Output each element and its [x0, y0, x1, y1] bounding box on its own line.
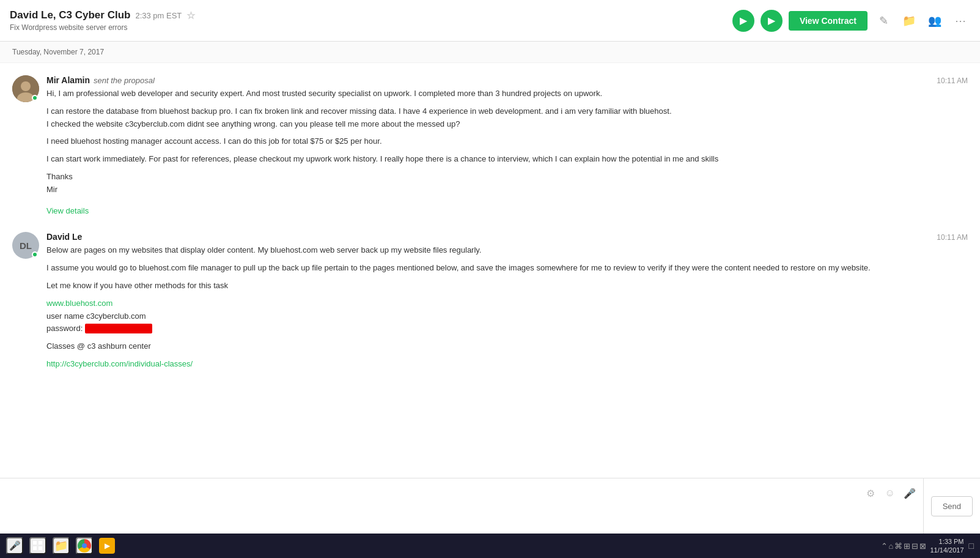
header-time: 2:33 pm EST — [135, 11, 182, 20]
input-row: ⚙ ☺ 🎤 Send — [0, 478, 980, 534]
taskbar-file-explorer[interactable]: 📁 — [53, 537, 70, 554]
more-icon: ⋯ — [955, 14, 966, 28]
phone-icon: ▶ — [768, 15, 775, 26]
taskbar: 🎤 📁 ▶ ⌃⌂⌘⊞⊟⊠ 1:33 PM 11/14/2017 □ — [0, 534, 980, 558]
taskbar-left: 🎤 📁 ▶ — [6, 537, 115, 554]
taskbar-clock: 1:33 PM 11/14/2017 — [930, 537, 963, 555]
view-contract-button[interactable]: View Contract — [789, 11, 868, 31]
video-icon: ▶ — [740, 15, 747, 26]
message-time: 10:11 AM — [937, 76, 968, 85]
message-header: David Le 10:11 AM — [46, 232, 968, 242]
online-indicator — [32, 95, 38, 101]
taskbar-sys-icons: ⌃⌂⌘⊞⊟⊠ — [881, 541, 928, 551]
message-header: Mir Alamin sent the proposal 10:11 AM — [46, 75, 968, 85]
star-icon[interactable]: ☆ — [186, 10, 195, 21]
password-label: password: — [46, 324, 85, 333]
password-redacted: ●●●●●●●●●●● — [85, 324, 152, 333]
sender-name: Mir Alamin — [46, 75, 90, 85]
header: David Le, C3 Cyber Club 2:33 pm EST ☆ Fi… — [0, 0, 980, 42]
bluehost-link[interactable]: www.bluehost.com — [46, 299, 112, 308]
edit-icon: ✎ — [879, 14, 888, 28]
emoji-button[interactable]: ☺ — [882, 485, 899, 502]
phone-call-button[interactable]: ▶ — [761, 10, 783, 32]
avatar-wrap: DL — [12, 232, 39, 259]
message-content: Below are pages on my websites that disp… — [46, 244, 968, 370]
edit-button[interactable]: ✎ — [874, 11, 893, 31]
taskbar-right: ⌃⌂⌘⊞⊟⊠ 1:33 PM 11/14/2017 □ — [881, 537, 974, 555]
notification-icon[interactable]: □ — [969, 541, 974, 551]
message-row: Mir Alamin sent the proposal 10:11 AM Hi… — [12, 75, 968, 217]
avatar-wrap — [12, 75, 39, 102]
attachment-button[interactable]: 🎤 — [901, 485, 918, 502]
folder-icon: 📁 — [902, 14, 916, 28]
svg-point-1 — [21, 81, 31, 91]
more-button[interactable]: ⋯ — [951, 11, 970, 31]
message-content: Hi, I am professional web developer and … — [46, 87, 968, 217]
folder-button[interactable]: 📁 — [899, 11, 919, 31]
taskbar-app4[interactable]: ▶ — [99, 538, 115, 554]
message-body: Mir Alamin sent the proposal 10:11 AM Hi… — [46, 75, 968, 217]
messages-area[interactable]: Mir Alamin sent the proposal 10:11 AM Hi… — [0, 63, 980, 478]
emoji-icon: ☺ — [885, 488, 894, 499]
message-time: 10:11 AM — [937, 233, 968, 242]
send-button[interactable]: Send — [931, 496, 973, 516]
input-icons: ⚙ ☺ 🎤 — [862, 478, 923, 534]
header-left: David Le, C3 Cyber Club 2:33 pm EST ☆ Fi… — [10, 9, 195, 32]
gear-icon-button[interactable]: ⚙ — [862, 485, 879, 502]
team-icon: 👥 — [928, 14, 941, 28]
header-right: ▶ ▶ View Contract ✎ 📁 👥 ⋯ — [732, 10, 970, 32]
header-title-row: David Le, C3 Cyber Club 2:33 pm EST ☆ — [10, 9, 195, 21]
message-input[interactable] — [0, 478, 862, 534]
mic-icon: 🎤 — [9, 540, 21, 551]
mic-icon: 🎤 — [904, 488, 916, 499]
date-separator: Tuesday, November 7, 2017 — [0, 42, 980, 63]
header-subtitle: Fix Wordpress website server errors — [10, 23, 195, 32]
sender-name: David Le — [46, 232, 82, 242]
input-area: ⚙ ☺ 🎤 Send — [0, 478, 980, 534]
message-body: David Le 10:11 AM Below are pages on my … — [46, 232, 968, 370]
team-button[interactable]: 👥 — [925, 11, 945, 31]
taskbar-win-button[interactable] — [29, 537, 46, 554]
taskbar-mic-button[interactable]: 🎤 — [6, 537, 23, 554]
view-details-link[interactable]: View details — [46, 205, 89, 218]
conversation-title: David Le, C3 Cyber Club — [10, 9, 130, 21]
username-label: user name c3cyberclub.com — [46, 311, 146, 321]
app-icon: ▶ — [105, 541, 110, 550]
windows-icon — [33, 541, 43, 551]
folder-icon: 📁 — [54, 539, 68, 552]
proposal-label: sent the proposal — [94, 76, 155, 85]
online-indicator — [32, 251, 38, 258]
taskbar-chrome[interactable] — [76, 537, 93, 554]
gear-icon: ⚙ — [866, 488, 875, 499]
video-call-button[interactable]: ▶ — [732, 10, 754, 32]
classes-link[interactable]: http://c3cyberclub.com/individual-classe… — [46, 359, 193, 368]
chrome-icon — [78, 539, 91, 552]
send-column: Send — [923, 478, 980, 534]
message-row: DL David Le 10:11 AM Below are pages on … — [12, 232, 968, 370]
